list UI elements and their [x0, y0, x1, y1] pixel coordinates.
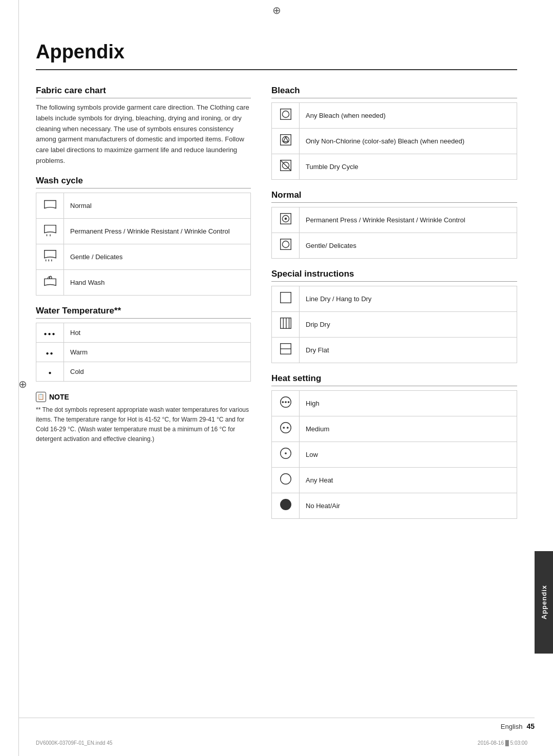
wash-hand-icon	[36, 269, 64, 295]
heat-medium-label: Medium	[300, 416, 517, 442]
svg-rect-18	[280, 292, 291, 303]
side-tab-label: Appendix	[540, 585, 548, 619]
note-title: NOTE	[49, 393, 69, 401]
svg-point-30	[283, 427, 285, 429]
svg-point-15	[285, 218, 287, 220]
wash-normal-label: Normal	[64, 193, 251, 218]
svg-point-6	[282, 111, 289, 117]
svg-point-33	[285, 452, 287, 454]
table-row: Line Dry / Hang to Dry	[272, 286, 517, 312]
drip-dry-icon	[272, 312, 300, 338]
heat-none-label: No Heat/Air	[300, 493, 517, 519]
heat-any-icon	[272, 468, 300, 493]
heat-setting-title: Heat setting	[271, 373, 517, 386]
warm-dots: ●●	[46, 350, 54, 356]
wash-cycle-title: Wash cycle	[36, 176, 251, 188]
table-row: No Heat/Air	[272, 493, 517, 519]
heat-medium-icon	[272, 416, 300, 442]
note-icon: 📋	[36, 392, 46, 402]
svg-point-17	[282, 241, 289, 247]
svg-point-31	[286, 427, 288, 429]
table-row: Permanent Press / Wrinkle Resistant / Wr…	[272, 207, 517, 233]
wash-gentle-label: Gentle / Delicates	[64, 244, 251, 269]
special-instructions-table: Line Dry / Hang to Dry Drip Dry	[271, 286, 517, 363]
table-row: Any Heat	[272, 468, 517, 493]
water-temp-title: Water Temperature**	[36, 306, 251, 319]
table-row: ● Cold	[36, 362, 251, 381]
cold-dot: ●	[48, 370, 51, 375]
left-column: Fabric care chart The following symbols …	[36, 86, 251, 529]
drip-dry-label: Drip Dry	[300, 312, 517, 338]
main-content: Fabric care chart The following symbols …	[36, 86, 517, 529]
table-row: ●●● Hot	[36, 323, 251, 342]
bleach-non-chlorine-icon	[272, 129, 300, 154]
svg-point-35	[280, 499, 291, 510]
table-row: Low	[272, 442, 517, 468]
heat-high-label: High	[300, 391, 517, 416]
line-dry-label: Line Dry / Hang to Dry	[300, 286, 517, 312]
table-row: Drip Dry	[272, 312, 517, 338]
svg-point-34	[280, 474, 291, 485]
bleach-tumble-icon	[272, 154, 300, 180]
normal-permanent-press-label: Permanent Press / Wrinkle Resistant / Wr…	[300, 207, 517, 233]
water-temp-table: ●●● Hot ●● Warm ● Cold	[36, 323, 251, 382]
bleach-table: Any Bleach (when needed) Only Non-Chlori…	[271, 102, 517, 180]
warm-label: Warm	[64, 342, 251, 362]
line-dry-icon	[272, 286, 300, 312]
wash-permanent-press-icon	[36, 218, 64, 244]
wash-cycle-table: Normal Permanent Press / Wrinkle Resista…	[36, 193, 251, 296]
right-column: Bleach Any Bleach (when needed)	[271, 86, 517, 529]
note-header: 📋 NOTE	[36, 392, 251, 402]
fabric-care-intro: The following symbols provide garment ca…	[36, 102, 251, 166]
heat-low-label: Low	[300, 442, 517, 468]
bleach-any-icon	[272, 103, 300, 129]
normal-table: Permanent Press / Wrinkle Resistant / Wr…	[271, 207, 517, 259]
left-registration-mark: ⊕	[18, 378, 27, 390]
appendix-side-tab: Appendix	[535, 551, 553, 654]
warm-icon: ●●	[36, 342, 64, 362]
table-row: Normal	[36, 193, 251, 218]
hot-label: Hot	[64, 323, 251, 342]
table-row: Gentle / Delicates	[36, 244, 251, 269]
wash-normal-icon	[36, 193, 64, 218]
table-row: Dry Flat	[272, 338, 517, 363]
wash-hand-label: Hand Wash	[64, 269, 251, 295]
heat-setting-table: High Medium	[271, 390, 517, 519]
svg-point-29	[280, 423, 291, 433]
svg-point-28	[287, 401, 289, 403]
bleach-non-chlorine-label: Only Non-Chlorine (color-safe) Bleach (w…	[300, 129, 517, 154]
cold-icon: ●	[36, 362, 64, 381]
svg-point-26	[282, 401, 284, 403]
page-title: Appendix	[36, 41, 517, 70]
bleach-title: Bleach	[271, 86, 517, 98]
top-registration-mark: ⊕	[272, 4, 281, 16]
heat-any-label: Any Heat	[300, 468, 517, 493]
bottom-bar: English 45	[18, 718, 535, 730]
normal-gentle-label: Gentle/ Delicates	[300, 233, 517, 259]
cold-label: Cold	[64, 362, 251, 381]
table-row: Medium	[272, 416, 517, 442]
bottom-language: English	[501, 723, 523, 730]
bleach-any-label: Any Bleach (when needed)	[300, 103, 517, 129]
heat-low-icon	[272, 442, 300, 468]
note-body: ** The dot symbols represent appropriate…	[36, 405, 251, 445]
heat-none-icon	[272, 493, 300, 519]
normal-gentle-icon	[272, 233, 300, 259]
svg-marker-9	[283, 137, 288, 141]
svg-point-27	[285, 401, 287, 403]
normal-title: Normal	[271, 190, 517, 203]
date-info: 2016-08-16 █ 5:03:00	[478, 740, 527, 746]
special-instructions-title: Special instructions	[271, 269, 517, 282]
normal-permanent-press-icon	[272, 207, 300, 233]
bottom-page-number: 45	[526, 722, 535, 730]
dry-flat-icon	[272, 338, 300, 363]
table-row: ●● Warm	[36, 342, 251, 362]
table-row: Hand Wash	[36, 269, 251, 295]
table-row: Permanent Press / Wrinkle Resistant / Wr…	[36, 218, 251, 244]
doc-info: DV6000K-03709F-01_EN.indd 45	[36, 740, 113, 746]
wash-permanent-press-label: Permanent Press / Wrinkle Resistant / Wr…	[64, 218, 251, 244]
hot-icon: ●●●	[36, 323, 64, 342]
table-row: Only Non-Chlorine (color-safe) Bleach (w…	[272, 129, 517, 154]
fabric-care-title: Fabric care chart	[36, 86, 251, 98]
dry-flat-label: Dry Flat	[300, 338, 517, 363]
